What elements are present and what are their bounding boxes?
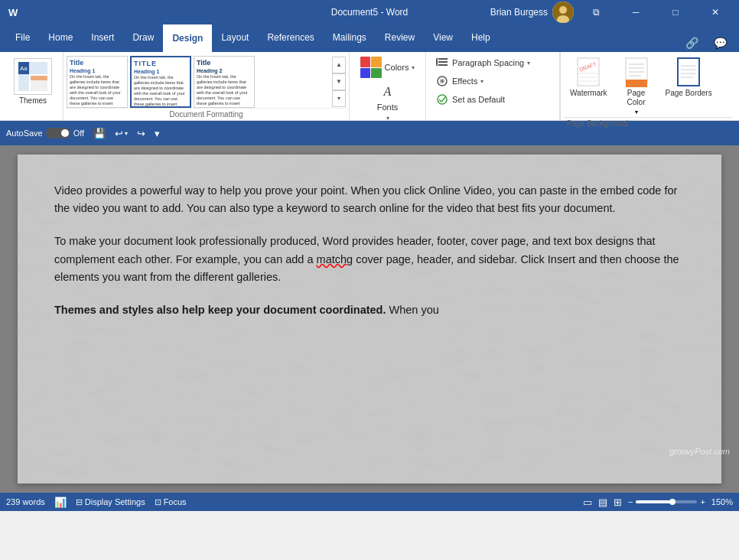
title-bar-left: W <box>6 5 21 20</box>
page-color-arrow: ▾ <box>635 109 638 116</box>
zoom-fill <box>636 500 672 503</box>
tab-review[interactable]: Review <box>376 24 424 52</box>
ribbon-tabs: File Home Insert Draw Design Layout Refe… <box>0 24 739 52</box>
set-default-button[interactable]: Set as Default <box>432 92 553 107</box>
tab-home[interactable]: Home <box>39 24 82 52</box>
colors-dropdown-arrow: ▾ <box>412 64 415 71</box>
tab-insert[interactable]: Insert <box>82 24 123 52</box>
focus-icon: ⊡ <box>155 497 161 507</box>
themes-section: Aa Themes <box>3 52 63 120</box>
set-default-icon <box>435 93 449 106</box>
undo-icon: ↩ <box>115 128 123 139</box>
page-background-section-label: Page Background ⌃ <box>564 117 733 129</box>
minimize-button[interactable]: ─ <box>618 0 653 24</box>
doc-formatting-section: Title Heading 1 On the Insert tab, the g… <box>63 52 350 120</box>
format-thumbs-area: Title Heading 1 On the Insert tab, the g… <box>67 55 346 108</box>
document-content: Video provides a powerful way to help yo… <box>54 182 685 319</box>
share-button[interactable]: 🔗 <box>679 34 705 52</box>
svg-rect-12 <box>438 61 448 63</box>
status-bar: 239 words 📊 ⊟ Display Settings ⊡ Focus ▭… <box>0 493 739 511</box>
word-count-icon[interactable]: 📊 <box>54 497 67 508</box>
view-mode-icon-1[interactable]: ▭ <box>583 497 592 508</box>
fonts-button[interactable]: A Fonts ▾ <box>354 83 421 123</box>
zoom-out-button[interactable]: − <box>628 497 633 506</box>
undo-button[interactable]: ↩ ▾ <box>112 125 131 142</box>
svg-point-3 <box>559 6 567 14</box>
fonts-label: Fonts <box>377 103 399 112</box>
comments-button[interactable]: 💬 <box>708 34 733 52</box>
autosave-knob <box>61 129 69 137</box>
more-qa-icon: ▾ <box>155 128 160 139</box>
bold-text-themes: Themes and styles also help keep your do… <box>54 304 386 316</box>
page-background-section: DRAFT Watermark <box>560 52 736 120</box>
autosave-switch[interactable] <box>46 128 70 138</box>
svg-marker-14 <box>436 57 438 67</box>
display-settings-icon: ⊟ <box>76 497 83 507</box>
tab-mailings[interactable]: Mailings <box>324 24 376 52</box>
format-thumb-2[interactable]: TITLE Heading 1 On the Insert tab, the g… <box>130 56 191 108</box>
collapse-button[interactable]: ⌃ <box>724 119 730 128</box>
svg-point-18 <box>438 95 447 104</box>
zoom-track <box>636 500 697 503</box>
cf-section: Colors ▾ A Fonts ▾ <box>350 52 426 120</box>
svg-rect-25 <box>626 80 647 87</box>
tab-view[interactable]: View <box>424 24 462 52</box>
effects-label: Effects <box>452 77 477 86</box>
format-thumb-3[interactable]: Title Heading 2 On the Insert tab, the g… <box>194 56 255 108</box>
tab-draw[interactable]: Draw <box>123 24 163 52</box>
display-settings-button[interactable]: ⊟ Display Settings <box>76 497 145 507</box>
tab-right-buttons: 🔗 💬 <box>679 34 733 52</box>
colors-button[interactable]: Colors ▾ <box>354 55 421 80</box>
status-bar-right: ▭ ▤ ⊞ − + 150% <box>583 497 733 508</box>
zoom-thumb <box>669 499 676 505</box>
paragraph-spacing-button[interactable]: Paragraph Spacing ▾ <box>432 55 553 70</box>
maximize-button[interactable]: □ <box>658 0 693 24</box>
document-paragraph-3: Themes and styles also help keep your do… <box>54 301 685 319</box>
watermark-button[interactable]: DRAFT Watermark <box>564 55 614 117</box>
tab-design[interactable]: Design <box>163 24 212 52</box>
svg-point-17 <box>441 80 443 82</box>
zoom-in-button[interactable]: + <box>700 497 705 506</box>
svg-text:W: W <box>8 7 18 18</box>
redo-icon: ↪ <box>137 128 145 139</box>
word-count[interactable]: 239 words <box>6 497 45 506</box>
avatar[interactable] <box>552 2 574 23</box>
document-paragraph-2: To make your document look professionall… <box>54 233 685 286</box>
view-mode-icon-3[interactable]: ⊞ <box>614 497 622 508</box>
scroll-up-arrow[interactable]: ▲ <box>332 57 346 73</box>
svg-rect-10 <box>31 76 47 80</box>
close-button[interactable]: ✕ <box>698 0 733 24</box>
effects-button[interactable]: Effects ▾ <box>432 73 553 89</box>
svg-text:Aa: Aa <box>20 65 28 72</box>
scroll-more-arrow[interactable]: ▾ <box>332 90 346 107</box>
status-bar-left: 239 words 📊 ⊟ Display Settings ⊡ Focus <box>6 497 187 508</box>
spacing-section: Paragraph Spacing ▾ Effects ▾ <box>426 52 560 120</box>
page-color-button[interactable]: PageColor ▾ <box>617 55 656 117</box>
zoom-percent[interactable]: 150% <box>711 497 733 506</box>
autosave-label: AutoSave <box>6 129 43 138</box>
svg-rect-13 <box>438 64 448 66</box>
tab-file[interactable]: File <box>6 24 39 52</box>
page-borders-button[interactable]: Page Borders <box>659 55 718 117</box>
word-icon: W <box>6 5 21 20</box>
autosave-state: Off <box>73 129 84 138</box>
undo-arrow: ▾ <box>125 130 128 137</box>
document-page: Video provides a powerful way to help yo… <box>18 155 721 483</box>
format-thumb-1[interactable]: Title Heading 1 On the Insert tab, the g… <box>67 56 128 108</box>
tab-references[interactable]: References <box>258 24 323 52</box>
save-button[interactable]: 💾 <box>90 125 109 142</box>
zoom-slider[interactable]: − + <box>628 497 705 506</box>
tab-layout[interactable]: Layout <box>212 24 258 52</box>
themes-button[interactable]: Aa Themes <box>9 55 57 108</box>
spacing-buttons: Paragraph Spacing ▾ Effects ▾ <box>432 55 553 120</box>
redo-button[interactable]: ↪ <box>134 125 148 142</box>
scroll-down-arrow[interactable]: ▼ <box>332 73 346 90</box>
effects-arrow: ▾ <box>480 78 483 85</box>
doc-formatting-label: Document Formatting <box>67 108 346 120</box>
focus-button[interactable]: ⊡ Focus <box>155 497 187 507</box>
tab-help[interactable]: Help <box>462 24 500 52</box>
view-mode-icon-2[interactable]: ▤ <box>598 497 607 508</box>
restore-window-button[interactable]: ⧉ <box>578 0 614 24</box>
format-thumbnails: Title Heading 1 On the Insert tab, the g… <box>67 56 330 108</box>
more-qa-button[interactable]: ▾ <box>151 125 163 142</box>
